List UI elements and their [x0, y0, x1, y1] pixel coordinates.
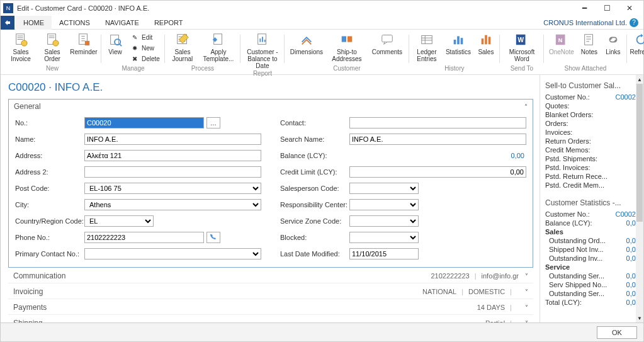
select-city[interactable]: Athens: [84, 199, 261, 210]
dimensions-button[interactable]: Dimensions: [287, 31, 326, 55]
factbox-row[interactable]: Credit Memos:0: [545, 145, 640, 154]
input-credit-limit[interactable]: [349, 166, 526, 178]
sales-invoice-button[interactable]: Sales Invoice: [6, 31, 36, 62]
scroll-down-icon[interactable]: ▼: [636, 314, 643, 322]
fasttab-invoicing[interactable]: InvoicingNATIONAL|DOMESTIC| ˅: [8, 285, 533, 299]
word-button[interactable]: WMicrosoft Word: [502, 31, 541, 62]
fasttab-communication[interactable]: Communication2102222223|info@info.gr˅: [8, 269, 533, 283]
select-resp-center[interactable]: [349, 199, 419, 210]
factbox-row[interactable]: Customer No.:C00020: [545, 210, 640, 219]
scrollbar[interactable]: ▲▼: [636, 75, 643, 322]
factbox-key: Credit Memos:: [545, 146, 590, 154]
factbox-key: Balance (LCY):: [545, 219, 592, 227]
factbox-key: Pstd. Invoices:: [545, 164, 590, 171]
select-blocked[interactable]: [349, 232, 419, 243]
delete-icon: ✖: [130, 54, 139, 63]
new-button[interactable]: ✸New: [128, 43, 162, 53]
factbox-row[interactable]: Orders:0: [545, 119, 640, 128]
select-service-zone[interactable]: [349, 215, 419, 227]
notes-button[interactable]: Notes: [578, 31, 601, 55]
ok-button[interactable]: OK: [597, 326, 637, 339]
lookup-no-button[interactable]: …: [206, 117, 220, 128]
factbox-row[interactable]: Customer No.:C00020: [545, 93, 640, 101]
menu-report[interactable]: REPORT: [147, 16, 191, 30]
ribbon: Sales Invoice Sales Order Reminder New V…: [1, 30, 643, 75]
factbox-row[interactable]: Outstanding Inv...0,00: [545, 254, 640, 263]
edit-button[interactable]: ✎Edit: [128, 32, 162, 42]
factbox-key: Pstd. Credit Mem...: [545, 181, 604, 189]
balance-to-date-button[interactable]: Customer - Balance to Date: [243, 31, 282, 69]
svg-rect-16: [258, 34, 266, 45]
statistics-button[interactable]: Statistics: [443, 31, 473, 55]
select-salesperson[interactable]: [349, 183, 419, 194]
refresh-button[interactable]: Refresh: [630, 31, 644, 55]
select-primary-contact[interactable]: [84, 248, 261, 259]
links-button[interactable]: Links: [602, 31, 624, 55]
ship-to-button[interactable]: Ship-to Addresses: [327, 31, 366, 62]
fasttab-payments[interactable]: Payments14 DAYS| ˅: [8, 300, 533, 315]
factbox-row[interactable]: Balance (LCY):0,00: [545, 219, 640, 227]
onenote-button[interactable]: NOneNote: [546, 31, 577, 55]
factbox-sellto-header[interactable]: Sell-to Customer Sal...˄: [545, 77, 640, 93]
input-name[interactable]: [84, 134, 261, 145]
label-no: No.:: [15, 119, 84, 127]
select-postcode[interactable]: EL-106 75: [84, 183, 261, 194]
comments-button[interactable]: Comments: [368, 31, 407, 55]
input-address2[interactable]: [84, 166, 261, 178]
factbox-row[interactable]: Blanket Orders:0: [545, 110, 640, 119]
menu-home[interactable]: HOME: [16, 16, 52, 30]
comments-icon: [380, 32, 395, 47]
sales-journal-button[interactable]: Sales Journal: [167, 31, 198, 62]
new-icon: ✸: [130, 43, 139, 52]
factbox-row[interactable]: Total (LCY):0,00: [545, 298, 640, 307]
factbox-row[interactable]: Outstanding Ord...0,00: [545, 236, 640, 245]
factbox-stats-header[interactable]: Customer Statistics -...˄: [545, 195, 640, 210]
factbox-row[interactable]: Return Orders:0: [545, 137, 640, 145]
svg-rect-17: [259, 38, 261, 42]
factbox-row[interactable]: Pstd. Shipments:5: [545, 154, 640, 163]
menu-actions[interactable]: ACTIONS: [52, 16, 98, 30]
invoice-icon: [13, 32, 28, 47]
view-icon: [108, 32, 123, 47]
fasttab-shipping[interactable]: ShippingPartial| ˅: [8, 316, 533, 322]
factbox-row[interactable]: Pstd. Credit Mem...0: [545, 181, 640, 190]
fasttab-general-header[interactable]: General ˄: [9, 100, 533, 113]
input-no[interactable]: [84, 117, 204, 128]
help-icon[interactable]: ?: [630, 18, 638, 27]
close-button[interactable]: ✕: [618, 1, 641, 16]
chevron-down-icon: ˅: [525, 273, 528, 280]
factbox-row[interactable]: Sales: [545, 227, 640, 236]
factbox-row[interactable]: Shipped Not Inv...0,00: [545, 245, 640, 254]
input-phone[interactable]: [84, 232, 204, 243]
factbox-row[interactable]: Pstd. Invoices:4: [545, 163, 640, 172]
delete-button[interactable]: ✖Delete: [128, 54, 162, 64]
input-address[interactable]: [84, 150, 261, 161]
scroll-up-icon[interactable]: ▲: [636, 75, 643, 84]
view-button[interactable]: View: [104, 31, 127, 55]
factbox-row[interactable]: Outstanding Ser...0,00: [545, 271, 640, 280]
factbox-row[interactable]: Serv Shipped No...0,00: [545, 280, 640, 289]
factbox-row[interactable]: Pstd. Return Rece...0: [545, 172, 640, 181]
sales-order-button[interactable]: Sales Order: [37, 31, 67, 62]
reminder-button[interactable]: Reminder: [69, 31, 99, 55]
factbox-row[interactable]: Outstanding Ser...0,00: [545, 289, 640, 298]
minimize-button[interactable]: ━: [573, 1, 596, 16]
file-tab[interactable]: [1, 16, 14, 30]
factbox-row[interactable]: Quotes:0: [545, 101, 640, 110]
ledger-entries-button[interactable]: Ledger Entries: [412, 31, 442, 62]
fasttab-invoicing-title: Invoicing: [13, 287, 43, 296]
factbox-row[interactable]: Invoices:0: [545, 128, 640, 137]
select-country[interactable]: EL: [84, 215, 154, 227]
input-contact[interactable]: [349, 117, 526, 128]
phone-action-button[interactable]: [206, 232, 220, 243]
menu-navigate[interactable]: NAVIGATE: [98, 16, 147, 30]
maximize-button[interactable]: ☐: [596, 1, 618, 16]
input-search-name[interactable]: [349, 134, 526, 145]
factbox-row[interactable]: Service: [545, 263, 640, 271]
svg-rect-2: [18, 37, 23, 38]
factbox-key: Pstd. Shipments:: [545, 155, 597, 162]
footer: OK: [1, 322, 643, 341]
group-showattached-label: Show Attached: [546, 64, 624, 73]
sales-button[interactable]: Sales: [475, 31, 497, 55]
apply-template-button[interactable]: Apply Template...: [199, 31, 238, 62]
